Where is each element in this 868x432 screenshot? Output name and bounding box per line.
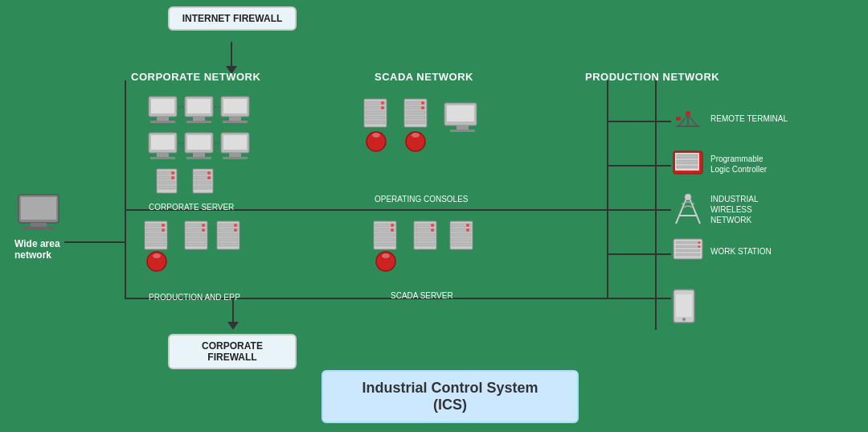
svg-rect-7 bbox=[150, 121, 175, 123]
svg-rect-14 bbox=[229, 117, 241, 121]
svg-rect-111 bbox=[416, 233, 435, 237]
svg-rect-103 bbox=[375, 243, 395, 246]
svg-rect-131 bbox=[677, 160, 698, 164]
svg-rect-10 bbox=[193, 117, 205, 121]
mobile-icon bbox=[672, 288, 696, 324]
svg-rect-144 bbox=[676, 253, 700, 256]
svg-rect-11 bbox=[186, 121, 211, 123]
svg-point-81 bbox=[372, 133, 380, 138]
svg-point-100 bbox=[391, 228, 394, 232]
svg-rect-15 bbox=[223, 121, 248, 123]
svg-rect-51 bbox=[146, 233, 166, 237]
corporate-server-group bbox=[141, 93, 277, 200]
svg-point-147 bbox=[682, 318, 686, 321]
svg-point-55 bbox=[153, 253, 161, 258]
wireless-group: INDUSTRIAL WIRELESS NETWORK bbox=[672, 193, 783, 225]
svg-point-142 bbox=[698, 245, 701, 248]
wireless-label: INDUSTRIAL WIRELESS NETWORK bbox=[710, 194, 783, 225]
scada-server-icons bbox=[370, 217, 498, 290]
svg-rect-19 bbox=[151, 135, 174, 150]
svg-point-105 bbox=[382, 253, 390, 258]
svg-point-74 bbox=[381, 101, 384, 105]
svg-rect-44 bbox=[194, 181, 211, 184]
svg-rect-139 bbox=[676, 241, 700, 244]
svg-point-60 bbox=[202, 228, 205, 232]
wan-monitor-icon bbox=[14, 193, 63, 233]
svg-rect-71 bbox=[219, 243, 238, 246]
svg-rect-6 bbox=[157, 117, 169, 121]
svg-rect-112 bbox=[416, 238, 435, 241]
production-erp-icons bbox=[141, 217, 277, 290]
svg-rect-63 bbox=[186, 243, 206, 246]
svg-rect-1 bbox=[21, 197, 56, 220]
internet-firewall-box: INTERNET FIREWALL bbox=[168, 6, 297, 31]
production-network-label: PRODUCTION NETWORK bbox=[585, 71, 719, 83]
svg-rect-53 bbox=[146, 243, 166, 246]
operating-consoles-label: OPERATING CONSOLES bbox=[375, 195, 469, 204]
svg-point-48 bbox=[162, 224, 165, 227]
svg-rect-101 bbox=[375, 233, 395, 237]
ics-title-box: Industrial Control System (ICS) bbox=[321, 370, 579, 423]
prod-mid2-line bbox=[607, 209, 671, 211]
svg-rect-143 bbox=[676, 249, 700, 252]
svg-point-108 bbox=[431, 224, 434, 227]
remote-terminal-label: REMOTE TERMINAL bbox=[710, 114, 788, 123]
svg-rect-88 bbox=[406, 116, 425, 119]
scada-server-group bbox=[370, 217, 498, 293]
svg-rect-78 bbox=[366, 116, 385, 119]
svg-point-136 bbox=[685, 194, 691, 200]
svg-rect-102 bbox=[375, 238, 395, 241]
svg-rect-45 bbox=[194, 186, 211, 189]
svg-point-110 bbox=[431, 228, 434, 232]
svg-point-36 bbox=[171, 176, 174, 179]
svg-point-66 bbox=[234, 224, 237, 227]
plc-label: Programmable Logic Controller bbox=[710, 154, 783, 175]
remote-terminal-icon bbox=[672, 109, 704, 129]
wan-to-corp-line bbox=[64, 241, 125, 243]
svg-rect-37 bbox=[158, 181, 175, 184]
plc-group: Programmable Logic Controller bbox=[672, 150, 783, 178]
svg-rect-28 bbox=[229, 153, 241, 157]
wireless-icon bbox=[672, 193, 704, 225]
svg-rect-113 bbox=[416, 243, 435, 246]
corporate-server-label: CORPORATE SERVER bbox=[149, 203, 234, 212]
svg-rect-89 bbox=[406, 121, 425, 124]
svg-rect-20 bbox=[157, 153, 169, 157]
svg-rect-132 bbox=[677, 166, 698, 168]
svg-rect-2 bbox=[31, 223, 47, 227]
svg-point-50 bbox=[162, 228, 165, 232]
svg-rect-121 bbox=[452, 243, 471, 246]
prod-mid3-line bbox=[607, 253, 671, 255]
svg-point-140 bbox=[698, 241, 701, 244]
svg-point-91 bbox=[411, 133, 420, 138]
wan-section: Wide area network bbox=[14, 193, 87, 261]
remote-terminal-group: REMOTE TERMINAL bbox=[672, 109, 788, 129]
svg-rect-24 bbox=[193, 153, 205, 157]
svg-rect-93 bbox=[447, 105, 474, 121]
left-border-line bbox=[125, 80, 126, 298]
svg-rect-127 bbox=[676, 117, 681, 121]
workstation-group: WORK STATION bbox=[672, 237, 772, 265]
mobile-device-group bbox=[672, 288, 696, 327]
svg-point-76 bbox=[381, 106, 384, 109]
svg-rect-5 bbox=[151, 99, 174, 113]
svg-rect-52 bbox=[146, 238, 166, 241]
svg-rect-119 bbox=[452, 233, 471, 237]
svg-rect-130 bbox=[677, 154, 698, 158]
svg-rect-25 bbox=[186, 157, 211, 159]
prod-top-line bbox=[607, 121, 671, 122]
svg-rect-146 bbox=[676, 294, 692, 317]
svg-point-41 bbox=[207, 171, 211, 175]
corporate-server-icons bbox=[141, 93, 277, 197]
svg-point-43 bbox=[207, 176, 211, 179]
corp-firewall-arrow-line bbox=[227, 298, 239, 330]
svg-rect-62 bbox=[186, 238, 206, 241]
svg-point-126 bbox=[686, 111, 690, 116]
scada-server-label: SCADA SERVER bbox=[391, 291, 453, 300]
production-erp-group bbox=[141, 217, 277, 293]
svg-point-98 bbox=[391, 224, 394, 227]
svg-point-68 bbox=[234, 228, 237, 232]
svg-rect-120 bbox=[452, 238, 471, 241]
svg-rect-23 bbox=[187, 135, 211, 150]
arrow-internet-down bbox=[226, 42, 237, 74]
